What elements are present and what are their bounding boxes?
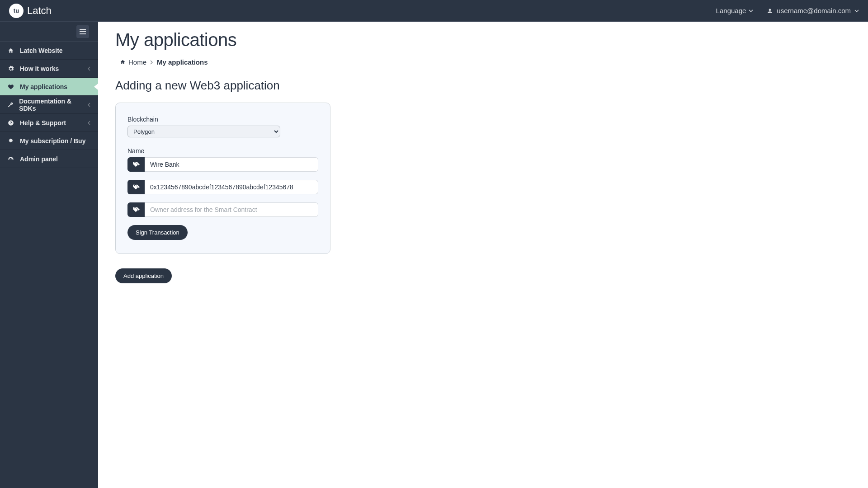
breadcrumb-home-label: Home bbox=[128, 58, 146, 66]
page-title: My applications bbox=[115, 30, 851, 50]
brand-name: Latch bbox=[27, 5, 52, 17]
question-icon: ? bbox=[7, 120, 14, 126]
chevron-left-icon bbox=[87, 66, 91, 71]
contract-input-group bbox=[127, 180, 318, 194]
heart-icon bbox=[7, 84, 14, 90]
topbar-right: Language username@domain.com bbox=[716, 7, 859, 14]
sidebar-item-label: My applications bbox=[20, 83, 67, 90]
home-icon bbox=[7, 47, 14, 54]
svg-text:?: ? bbox=[10, 121, 12, 125]
sidebar-item-how-it-works[interactable]: How it works bbox=[0, 60, 98, 78]
chevron-left-icon bbox=[87, 103, 91, 107]
language-label: Language bbox=[716, 7, 746, 14]
breadcrumb-current: My applications bbox=[157, 58, 208, 66]
subheading: Adding a new Web3 application bbox=[115, 79, 851, 93]
name-input[interactable] bbox=[145, 157, 318, 172]
tags-icon bbox=[127, 157, 145, 172]
sidebar-item-label: Documentation & SDKs bbox=[19, 98, 82, 112]
owner-address-input[interactable] bbox=[145, 202, 318, 217]
blockchain-label: Blockchain bbox=[127, 116, 318, 123]
breadcrumb-home[interactable]: Home bbox=[120, 58, 146, 66]
sidebar-item-documentation[interactable]: Documentation & SDKs bbox=[0, 96, 98, 114]
name-label: Name bbox=[127, 147, 318, 155]
sidebar-item-label: How it works bbox=[20, 65, 59, 72]
chevron-down-icon bbox=[854, 9, 859, 13]
wrench-icon bbox=[7, 102, 14, 108]
owner-input-group bbox=[127, 202, 318, 217]
web3-form-card: Blockchain Polygon Name bbox=[115, 103, 330, 254]
top-bar: tu Latch Language username@domain.com bbox=[0, 0, 868, 22]
add-application-button[interactable]: Add application bbox=[115, 268, 172, 283]
brand: tu Latch bbox=[9, 4, 52, 18]
user-icon bbox=[767, 8, 773, 14]
sidebar-item-label: Help & Support bbox=[20, 119, 66, 127]
username-label: username@domain.com bbox=[777, 7, 851, 14]
sidebar-item-help-support[interactable]: ? Help & Support bbox=[0, 114, 98, 132]
chevron-down-icon bbox=[749, 9, 753, 13]
sign-transaction-button[interactable]: Sign Transaction bbox=[127, 225, 188, 240]
sidebar-item-admin-panel[interactable]: Admin panel bbox=[0, 150, 98, 168]
chevron-right-icon bbox=[150, 60, 153, 65]
chevron-left-icon bbox=[87, 121, 91, 125]
contract-address-input[interactable] bbox=[145, 180, 318, 194]
gears-icon bbox=[7, 66, 14, 72]
main-content: My applications Home My applications Add… bbox=[98, 22, 868, 488]
brand-logo: tu bbox=[9, 4, 24, 18]
sidebar: Latch Website How it works My applicatio… bbox=[0, 22, 98, 488]
sidebar-item-my-applications[interactable]: My applications bbox=[0, 78, 98, 96]
breadcrumb: Home My applications bbox=[115, 58, 851, 66]
tags-icon bbox=[127, 202, 145, 217]
sidebar-item-subscription[interactable]: My subscription / Buy bbox=[0, 132, 98, 150]
sidebar-item-label: Latch Website bbox=[20, 47, 63, 54]
sidebar-item-label: My subscription / Buy bbox=[20, 137, 85, 145]
language-selector[interactable]: Language bbox=[716, 7, 754, 14]
sidebar-toggle-button[interactable] bbox=[76, 25, 89, 38]
blockchain-select[interactable]: Polygon bbox=[127, 126, 280, 137]
dashboard-icon bbox=[7, 156, 14, 162]
certificate-icon bbox=[7, 138, 14, 144]
tags-icon bbox=[127, 180, 145, 194]
sidebar-toggle-row bbox=[0, 22, 98, 42]
sidebar-item-latch-website[interactable]: Latch Website bbox=[0, 42, 98, 60]
hamburger-icon bbox=[80, 29, 86, 34]
user-menu[interactable]: username@domain.com bbox=[767, 7, 859, 14]
name-input-group bbox=[127, 157, 318, 172]
home-icon bbox=[120, 59, 126, 65]
sidebar-item-label: Admin panel bbox=[20, 155, 58, 163]
